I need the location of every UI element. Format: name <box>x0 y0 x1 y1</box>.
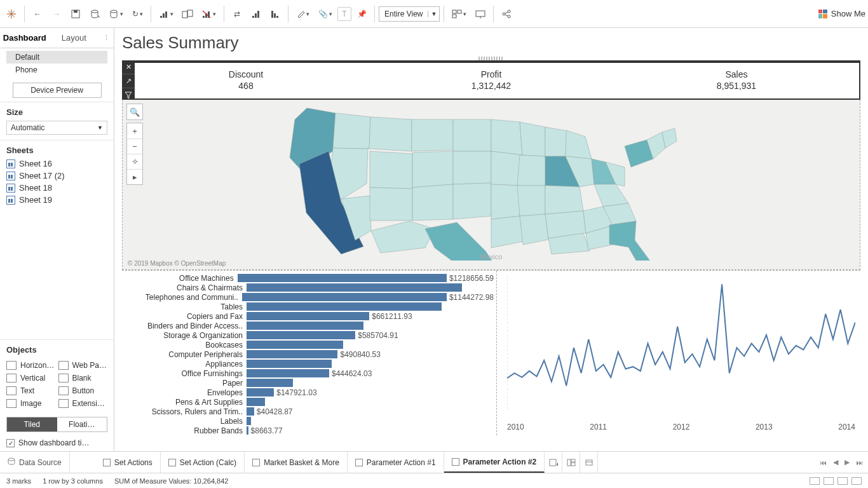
bar-row[interactable]: Tables <box>122 302 494 311</box>
nav-last-icon[interactable]: ⏭ <box>856 459 863 466</box>
sheet-tab[interactable]: Market Basket & More <box>245 452 348 473</box>
bar-mark[interactable] <box>247 388 274 396</box>
bar-chart[interactable]: Office Machines$1218656.59Chairs & Chair… <box>122 271 497 435</box>
object-item[interactable]: Image <box>6 399 56 408</box>
sheet-tab[interactable]: Parameter Action #1 <box>348 452 444 473</box>
bar-row[interactable]: Office Furnishings$444624.03 <box>122 369 494 378</box>
sheet-tab[interactable]: Set Action (Calc) <box>161 452 245 473</box>
new-data-icon[interactable]: + <box>86 5 104 23</box>
back-icon[interactable]: ← <box>29 5 46 23</box>
zoom-home-icon[interactable]: ✧ <box>127 154 142 169</box>
tab-layout[interactable]: Layout <box>50 29 99 46</box>
refresh-icon[interactable]: ↻▾ <box>128 5 147 23</box>
bar-mark[interactable] <box>247 283 462 292</box>
sheet-item[interactable]: Sheet 16 <box>6 158 107 170</box>
nav-prev-icon[interactable]: ◀ <box>833 458 838 466</box>
label-icon[interactable]: T <box>337 7 351 21</box>
tab-dashboard[interactable]: Dashboard <box>0 29 50 46</box>
bar-row[interactable]: Paper <box>122 378 494 388</box>
bar-row[interactable]: Binders and Binder Access.. <box>122 321 494 330</box>
forward-icon[interactable]: → <box>48 5 65 23</box>
bar-mark[interactable] <box>247 341 343 349</box>
bar-row[interactable]: Office Machines$1218656.59 <box>122 273 494 283</box>
go-to-sheet-icon[interactable]: ↗ <box>122 74 135 88</box>
bar-mark[interactable] <box>247 302 442 311</box>
view-mode-4-icon[interactable] <box>851 477 862 485</box>
duplicate-icon[interactable] <box>179 5 196 23</box>
nav-first-icon[interactable]: ⏮ <box>820 459 827 466</box>
new-worksheet-icon[interactable]: ▾ <box>155 5 177 23</box>
swap-icon[interactable]: ⇄ <box>228 5 246 23</box>
object-item[interactable]: Extensi… <box>58 399 108 408</box>
bar-mark[interactable] <box>238 274 447 282</box>
line-chart[interactable]: 20102011201220132014 <box>497 271 860 435</box>
floating-option[interactable]: Floati… <box>57 417 107 431</box>
object-item[interactable]: Horizon… <box>6 361 56 370</box>
bar-row[interactable]: Chairs & Chairmats <box>122 283 494 292</box>
bar-mark[interactable] <box>247 350 337 358</box>
map-search-icon[interactable]: 🔍 <box>127 104 142 119</box>
bar-mark[interactable] <box>247 360 332 368</box>
kpi-card[interactable]: Sales8,951,931 <box>614 63 859 98</box>
object-item[interactable]: Vertical <box>6 374 56 383</box>
zoom-out-icon[interactable]: − <box>127 139 142 154</box>
tab-options-icon[interactable]: ⋮ <box>98 34 114 42</box>
bar-mark[interactable] <box>247 312 369 320</box>
show-title-checkbox[interactable]: ✓ <box>6 439 15 447</box>
new-story-tab-icon[interactable] <box>580 452 598 473</box>
bar-mark[interactable] <box>247 379 293 387</box>
map-tools-icon[interactable]: ▸ <box>127 169 142 184</box>
bar-row[interactable]: Computer Peripherals$490840.53 <box>122 349 494 359</box>
view-mode-2-icon[interactable] <box>824 477 834 485</box>
device-default[interactable]: Default <box>6 51 107 64</box>
sheet-tab[interactable]: Set Actions <box>95 452 161 473</box>
data-pause-icon[interactable]: ▾ <box>105 5 127 23</box>
new-dashboard-tab-icon[interactable] <box>562 452 580 473</box>
kpi-container[interactable]: ✕ ↗ ▼ Discount468Profit1,312,442Sales8,9… <box>122 60 860 100</box>
bar-mark[interactable] <box>247 369 329 377</box>
object-item[interactable]: Button <box>58 386 108 395</box>
sort-asc-icon[interactable] <box>247 5 265 23</box>
sort-desc-icon[interactable] <box>266 5 284 23</box>
new-worksheet-tab-icon[interactable]: + <box>545 452 562 473</box>
sheet-tab[interactable]: Parameter Action #2 <box>444 452 545 473</box>
pin-icon[interactable]: 📌 <box>353 5 370 23</box>
fit-dropdown[interactable]: Entire View ▼ <box>379 6 440 22</box>
bar-row[interactable]: Telephones and Communi..$1144272.98 <box>122 292 494 302</box>
group-icon[interactable]: 📎▾ <box>315 5 336 23</box>
tiled-option[interactable]: Tiled <box>7 417 57 431</box>
kpi-card[interactable]: Profit1,312,442 <box>369 63 614 98</box>
size-dropdown[interactable]: Automatic ▼ <box>6 121 107 135</box>
kpi-card[interactable]: Discount468 <box>123 63 369 98</box>
zoom-in-icon[interactable]: + <box>127 123 142 139</box>
close-icon[interactable]: ✕ <box>122 60 135 74</box>
bar-row[interactable]: Labels <box>122 416 494 426</box>
dashboard-title[interactable]: Sales Summary <box>122 30 860 57</box>
device-phone[interactable]: Phone <box>6 64 107 76</box>
sheet-item[interactable]: Sheet 17 (2) <box>6 170 107 182</box>
bar-row[interactable]: Envelopes$147921.03 <box>122 388 494 397</box>
bar-row[interactable]: Pens & Art Supplies <box>122 397 494 407</box>
bar-row[interactable]: Bookcases <box>122 340 494 349</box>
bar-row[interactable]: Rubber Bands$8663.77 <box>122 426 494 435</box>
save-icon[interactable] <box>67 5 85 23</box>
view-mode-1-icon[interactable] <box>810 477 820 485</box>
bar-row[interactable]: Storage & Organization$585704.91 <box>122 330 494 340</box>
bar-mark[interactable] <box>247 322 363 330</box>
data-source-tab[interactable]: Data Source <box>0 452 70 473</box>
object-item[interactable]: Text <box>6 386 56 395</box>
show-me-button[interactable]: Show Me <box>818 9 865 18</box>
bar-mark[interactable] <box>247 398 265 406</box>
device-preview-button[interactable]: Device Preview <box>13 83 102 98</box>
tableau-logo-icon[interactable] <box>3 5 20 23</box>
presentation-icon[interactable] <box>471 5 489 23</box>
sheet-item[interactable]: Sheet 18 <box>6 182 107 194</box>
share-icon[interactable] <box>498 5 515 23</box>
bar-mark[interactable] <box>242 293 447 301</box>
clear-icon[interactable]: ▾ <box>198 5 220 23</box>
map-view[interactable]: 🔍 + − ✧ ▸ <box>122 100 860 270</box>
object-item[interactable]: Web Pa… <box>58 361 108 370</box>
highlight-icon[interactable]: ▾ <box>292 5 313 23</box>
bar-row[interactable]: Copiers and Fax$661211.93 <box>122 311 494 321</box>
cards-icon[interactable]: ▾ <box>448 5 470 23</box>
